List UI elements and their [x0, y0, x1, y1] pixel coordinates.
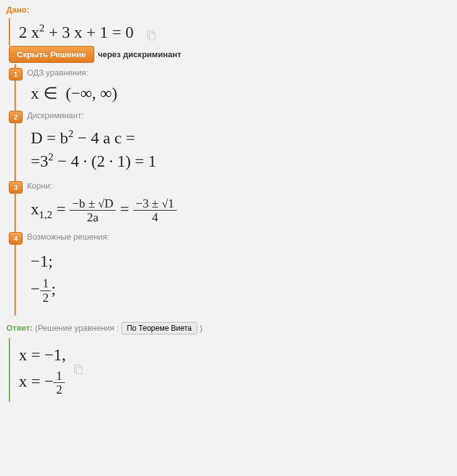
answer-heading: Ответ:: [6, 323, 33, 333]
step-1: 1 ОДЗ уравнения: x ∈ (−∞, ∞): [14, 64, 451, 107]
step-math: −1;−12;: [31, 248, 451, 304]
step-4: 4 Возможные решения: −1;−12;: [14, 228, 451, 316]
step-math: D = b2 − 4 a c ==32 − 4 · (2 · 1) = 1: [31, 126, 451, 174]
solution-method-label: через дискриминант: [98, 50, 182, 59]
step-math: x ∈ (−∞, ∞): [31, 84, 451, 103]
step-badge: 1: [9, 68, 23, 80]
given-equation: 2 x2 + 3 x + 1 = 0: [19, 23, 133, 42]
copy-icon[interactable]: [74, 365, 83, 374]
given-heading: Дано:: [6, 5, 451, 14]
step-badge: 2: [9, 111, 23, 123]
step-label: Дискриминант:: [27, 111, 451, 120]
step-badge: 3: [9, 181, 23, 194]
step-badge: 4: [9, 232, 23, 245]
answer-math: x = −1,x = −12: [19, 342, 66, 397]
answer-note-prefix: (Решение уравнения :: [35, 323, 121, 333]
step-label: Корни:: [27, 181, 451, 191]
answer-block: x = −1,x = −12: [9, 338, 451, 402]
given-block: 2 x2 + 3 x + 1 = 0: [9, 18, 451, 46]
step-label: ОДЗ уравнения:: [27, 68, 451, 77]
step-math: x1,2 = −b ± √D2a = −3 ± √14: [31, 197, 451, 224]
step-2: 2 Дискриминант: D = b2 − 4 a c ==32 − 4 …: [14, 107, 451, 177]
step-3: 3 Корни: x1,2 = −b ± √D2a = −3 ± √14: [14, 177, 451, 228]
hide-solution-button[interactable]: Скрыть Решение: [9, 46, 94, 63]
vieta-button[interactable]: По Теореме Виета: [121, 322, 197, 335]
step-label: Возможные решения:: [27, 232, 451, 241]
solution-toggle-row: Скрыть Решение через дискриминант: [9, 46, 451, 63]
answer-note-suffix: ): [200, 323, 202, 333]
copy-icon[interactable]: [147, 31, 156, 40]
